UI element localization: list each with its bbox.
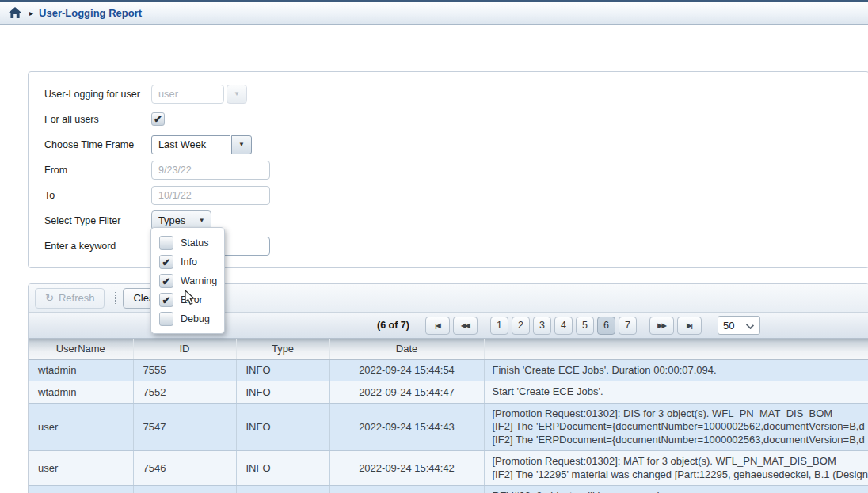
cell-type: INFO bbox=[236, 359, 329, 381]
chevron-down-icon: ▼ bbox=[238, 141, 245, 148]
for-all-users-label: For all users bbox=[44, 114, 151, 125]
breadcrumb-separator-icon: ▸ bbox=[29, 9, 33, 17]
rows-per-page-value: 50 bbox=[723, 320, 734, 332]
check-icon: ✔ bbox=[162, 276, 171, 286]
last-page-button[interactable]: ▶| bbox=[677, 317, 702, 335]
refresh-icon: ↻ bbox=[45, 293, 54, 303]
first-page-button[interactable]: |◀ bbox=[425, 317, 450, 335]
cell-username: wtadmin bbox=[29, 359, 133, 381]
cell-id: 7545 bbox=[133, 486, 236, 493]
page-button-2[interactable]: 2 bbox=[512, 317, 530, 335]
cell-id: 7546 bbox=[133, 451, 236, 486]
page-report: (6 of 7) bbox=[377, 320, 409, 331]
type-filter-label: Select Type Filter bbox=[44, 215, 151, 226]
table-row: wtadmin 7555 INFO 2022-09-24 15:44:54 Fi… bbox=[29, 359, 868, 381]
timeframe-dropdown-button[interactable]: ▼ bbox=[231, 135, 252, 154]
timeframe-combobox[interactable]: Last Week ▼ bbox=[151, 135, 252, 154]
page-button-3[interactable]: 3 bbox=[533, 317, 551, 335]
cell-type: INFO bbox=[236, 381, 329, 404]
cell-username: user bbox=[29, 451, 133, 486]
to-date-input bbox=[151, 186, 270, 205]
cell-date: 2022-09-24 15:44:47 bbox=[329, 381, 484, 404]
toolbar-grip-icon bbox=[112, 292, 116, 304]
form-row-from: From bbox=[44, 160, 868, 180]
type-option-label: Warning bbox=[181, 275, 217, 286]
check-icon: ✔ bbox=[154, 114, 162, 124]
cell-date: 2022-09-24 15:44:42 bbox=[329, 451, 484, 486]
cell-date: 2022-09-24 15:44:54 bbox=[329, 359, 484, 381]
last-page-icon: ▶| bbox=[687, 322, 691, 329]
cell-date: 2022-09-24 15:44:43 bbox=[329, 403, 484, 451]
table-row: user 7545 INFO 2022-09-24 15:43:36 REV#0… bbox=[29, 486, 868, 493]
table-header-row: UserName ID Type Date bbox=[29, 339, 868, 359]
cell-username: user bbox=[29, 403, 133, 451]
header-date: Date bbox=[329, 339, 484, 359]
error-checkbox[interactable]: ✔ bbox=[159, 293, 173, 307]
header-type: Type bbox=[236, 339, 329, 359]
previous-page-button[interactable]: ◀◀ bbox=[453, 317, 478, 335]
types-dropdown-panel: Status ✔ Info ✔ Warning ✔ Error Debug bbox=[150, 227, 225, 334]
page-button-1[interactable]: 1 bbox=[490, 317, 508, 335]
info-checkbox[interactable]: ✔ bbox=[159, 255, 173, 269]
first-page-icon: |◀ bbox=[435, 322, 440, 329]
cell-id: 7552 bbox=[133, 381, 236, 404]
cell-type: INFO bbox=[236, 451, 329, 486]
page-button-7[interactable]: 7 bbox=[619, 317, 637, 335]
cell-message: [Promotion Request:01302]: MAT for 3 obj… bbox=[484, 451, 868, 486]
user-select-value: user bbox=[151, 85, 224, 104]
debug-checkbox[interactable] bbox=[159, 312, 173, 326]
type-option-label: Status bbox=[181, 237, 208, 248]
timeframe-label: Choose Time Frame bbox=[44, 139, 151, 150]
header-id: ID bbox=[133, 339, 236, 359]
cell-message: Start 'Create ECE Jobs'. bbox=[484, 381, 868, 404]
page-button-5[interactable]: 5 bbox=[576, 317, 594, 335]
keyword-label: Enter a keyword bbox=[44, 241, 151, 252]
cell-date: 2022-09-24 15:43:36 bbox=[329, 486, 484, 493]
type-option-info[interactable]: ✔ Info bbox=[151, 252, 224, 271]
cell-username: wtadmin bbox=[29, 381, 133, 404]
cell-message: [Promotion Request:01302]: DIS for 3 obj… bbox=[484, 403, 868, 451]
page-button-6-active[interactable]: 6 bbox=[597, 317, 615, 335]
cell-type: INFO bbox=[236, 403, 329, 451]
table-row: wtadmin 7552 INFO 2022-09-24 15:44:47 St… bbox=[29, 381, 868, 404]
check-icon: ✔ bbox=[162, 257, 171, 267]
previous-page-icon: ◀◀ bbox=[461, 322, 469, 329]
chevron-down-icon: ▼ bbox=[234, 90, 240, 97]
page-button-4[interactable]: 4 bbox=[554, 317, 573, 335]
cell-id: 7555 bbox=[133, 359, 236, 381]
warning-checkbox[interactable]: ✔ bbox=[159, 274, 173, 288]
form-row-timeframe: Choose Time Frame Last Week ▼ bbox=[44, 135, 868, 154]
type-option-warning[interactable]: ✔ Warning bbox=[151, 271, 224, 290]
cell-message: Finish 'Create ECE Jobs'. Duration 00:00… bbox=[484, 359, 868, 381]
cell-username: user bbox=[29, 486, 133, 493]
breadcrumb-bar: ▸ User-Logging Report bbox=[0, 0, 868, 25]
header-username: UserName bbox=[29, 339, 133, 359]
rows-per-page-select[interactable]: 50 bbox=[718, 316, 760, 335]
form-row-user: User-Logging for user user ▼ bbox=[44, 84, 868, 104]
for-all-users-checkbox[interactable]: ✔ bbox=[151, 112, 165, 126]
timeframe-value: Last Week bbox=[151, 135, 230, 154]
cell-type: INFO bbox=[236, 486, 329, 493]
form-row-to: To bbox=[44, 185, 868, 205]
next-page-button[interactable]: ▶▶ bbox=[649, 317, 674, 335]
mouse-cursor-icon bbox=[185, 290, 196, 309]
table-row: user 7547 INFO 2022-09-24 15:44:43 [Prom… bbox=[29, 403, 868, 451]
form-row-all-users: For all users ✔ bbox=[44, 109, 868, 129]
chevron-down-icon bbox=[746, 321, 754, 329]
from-date-input bbox=[151, 161, 270, 180]
check-icon: ✔ bbox=[162, 295, 171, 305]
type-option-label: Debug bbox=[181, 313, 210, 324]
next-page-icon: ▶▶ bbox=[657, 322, 665, 329]
user-select-dropdown-button: ▼ bbox=[227, 85, 247, 104]
cell-message: REV#02: 3 objects will be processed. bbox=[484, 486, 868, 493]
to-label: To bbox=[44, 190, 151, 201]
from-label: From bbox=[44, 165, 151, 176]
header-message bbox=[484, 339, 868, 359]
type-option-debug[interactable]: Debug bbox=[151, 309, 224, 328]
home-icon[interactable] bbox=[9, 7, 21, 19]
type-option-label: Info bbox=[181, 256, 197, 267]
status-checkbox[interactable] bbox=[159, 236, 173, 250]
type-option-status[interactable]: Status bbox=[151, 233, 224, 252]
page-title: User-Logging Report bbox=[39, 7, 142, 19]
cell-id: 7547 bbox=[133, 403, 236, 451]
